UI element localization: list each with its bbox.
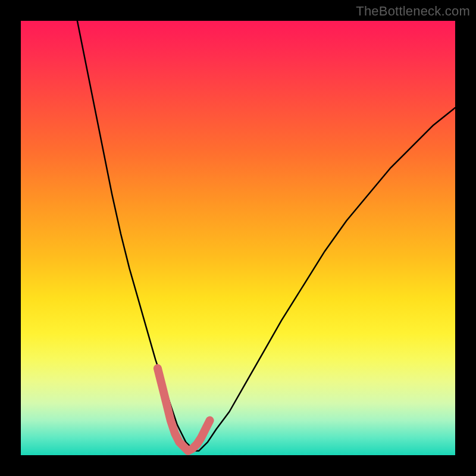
watermark-text: TheBottleneck.com (356, 4, 470, 19)
black-curve (77, 21, 455, 451)
chart-frame: TheBottleneck.com (0, 0, 476, 476)
plot-area (21, 21, 455, 455)
curves-svg (21, 21, 455, 455)
